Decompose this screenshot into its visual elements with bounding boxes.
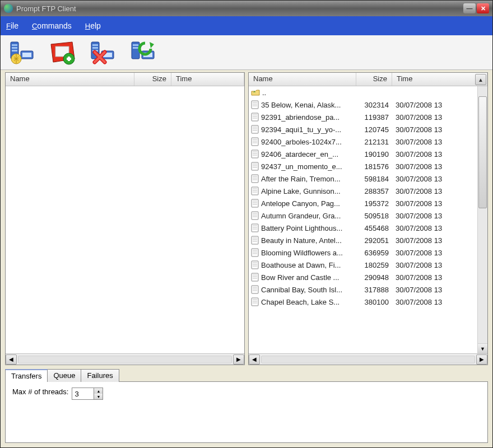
connect-button[interactable] xyxy=(5,38,39,67)
file-row[interactable]: Boathouse at Dawn, Fi...18025930/07/2008… xyxy=(249,259,477,271)
file-name: 92394_aqui1_tu_y_yo-... xyxy=(261,125,341,134)
file-time: 30/07/2008 13 xyxy=(392,113,477,122)
parent-dir-row[interactable]: .. xyxy=(249,86,477,99)
file-size: 190190 xyxy=(356,150,392,158)
svg-rect-38 xyxy=(252,150,258,158)
file-size: 120745 xyxy=(356,125,392,134)
file-row[interactable]: 92391_abriendose_pa...11938730/07/2008 1… xyxy=(249,111,477,123)
svg-rect-19 xyxy=(133,47,138,49)
menu-commands[interactable]: Commands xyxy=(32,21,72,30)
remote-hscroll[interactable]: ◀ ▶ xyxy=(249,353,487,365)
col-time[interactable]: Time xyxy=(392,73,487,86)
file-row[interactable]: After the Rain, Tremon...59818430/07/200… xyxy=(249,172,477,185)
file-name: Boathouse at Dawn, Fi... xyxy=(261,261,341,269)
tab-failures[interactable]: Failures xyxy=(81,369,119,382)
local-pane: Name Size Time ◀ ▶ xyxy=(5,72,245,365)
file-size: 317888 xyxy=(356,286,392,294)
file-row[interactable]: Battery Point Lighthous...45546830/07/20… xyxy=(249,222,477,234)
svg-rect-50 xyxy=(252,187,258,195)
file-size: 180259 xyxy=(356,261,392,269)
close-button[interactable]: ✕ xyxy=(477,3,489,13)
file-row[interactable]: Alpine Lake, Gunnison...28835730/07/2008… xyxy=(249,185,477,197)
svg-rect-78 xyxy=(252,273,258,281)
scroll-up-icon[interactable]: ▲ xyxy=(475,74,486,85)
col-size[interactable]: Size xyxy=(134,73,171,86)
stepper-down-icon[interactable]: ▼ xyxy=(94,394,103,399)
remote-file-list[interactable]: ..35 Below, Kenai, Alask...30231430/07/2… xyxy=(249,86,477,353)
file-row[interactable]: 92394_aqui1_tu_y_yo-...12074530/07/2008 … xyxy=(249,123,477,136)
file-time: 30/07/2008 13 xyxy=(392,273,477,282)
svg-rect-22 xyxy=(252,101,258,109)
scroll-right-icon[interactable]: ▶ xyxy=(476,354,487,365)
tab-queue[interactable]: Queue xyxy=(47,369,81,382)
file-time: 30/07/2008 13 xyxy=(392,162,477,171)
file-row[interactable]: Antelope Canyon, Pag...19537230/07/2008 … xyxy=(249,197,477,209)
svg-rect-16 xyxy=(103,53,112,57)
svg-rect-86 xyxy=(252,298,258,306)
file-row[interactable]: 92437_un_momento_e...18157630/07/2008 13 xyxy=(249,160,477,172)
svg-rect-14 xyxy=(92,50,98,52)
col-name[interactable]: Name xyxy=(249,73,356,86)
file-name: Blooming Wildflowers a... xyxy=(261,249,343,257)
stepper-up-icon[interactable]: ▲ xyxy=(94,388,103,394)
file-size: 509518 xyxy=(356,212,392,220)
menu-file[interactable]: File xyxy=(6,21,18,30)
menu-help[interactable]: Help xyxy=(85,21,101,30)
svg-point-8 xyxy=(63,53,75,64)
remote-vscroll[interactable]: ▼ xyxy=(477,86,487,353)
scroll-left-icon[interactable]: ◀ xyxy=(249,354,260,365)
refresh-button[interactable] xyxy=(126,38,160,67)
threads-input[interactable] xyxy=(72,388,94,399)
file-time: 30/07/2008 13 xyxy=(392,236,477,245)
file-name: Antelope Canyon, Pag... xyxy=(261,199,340,208)
scrollbar-thumb[interactable] xyxy=(478,96,487,208)
svg-rect-42 xyxy=(252,162,258,170)
file-row[interactable]: Cannibal Bay, South Isl...31788830/07/20… xyxy=(249,283,477,296)
svg-rect-58 xyxy=(252,212,258,220)
file-size: 302314 xyxy=(356,101,392,109)
file-time: 30/07/2008 13 xyxy=(392,224,477,232)
minimize-button[interactable]: — xyxy=(463,3,476,13)
local-hscroll[interactable]: ◀ ▶ xyxy=(6,353,244,365)
file-time: 30/07/2008 13 xyxy=(392,101,477,109)
scroll-right-icon[interactable]: ▶ xyxy=(233,354,244,365)
svg-rect-70 xyxy=(252,249,258,256)
file-row[interactable]: Bow River and Castle ...29094830/07/2008… xyxy=(249,271,477,283)
scroll-left-icon[interactable]: ◀ xyxy=(6,354,17,365)
file-row[interactable]: 92406_atardecer_en_...19019030/07/2008 1… xyxy=(249,148,477,160)
file-time: 30/07/2008 13 xyxy=(392,125,477,134)
file-row[interactable]: Blooming Wildflowers a...63695930/07/200… xyxy=(249,246,477,259)
svg-rect-12 xyxy=(92,44,98,46)
local-file-list[interactable] xyxy=(6,86,244,353)
file-size: 455468 xyxy=(356,224,392,232)
scroll-down-icon[interactable]: ▼ xyxy=(478,343,487,353)
svg-rect-46 xyxy=(252,175,258,183)
disconnect-button[interactable] xyxy=(86,38,119,67)
file-time: 30/07/2008 13 xyxy=(392,199,477,208)
file-time: 30/07/2008 13 xyxy=(392,286,477,294)
file-name: Beauty in Nature, Antel... xyxy=(261,236,342,245)
local-header: Name Size Time xyxy=(6,73,244,86)
file-time: 30/07/2008 13 xyxy=(392,187,477,195)
col-time[interactable]: Time xyxy=(171,73,244,86)
svg-rect-5 xyxy=(22,53,31,57)
threads-stepper[interactable]: ▲ ▼ xyxy=(72,388,103,400)
tab-transfers[interactable]: Transfers xyxy=(5,369,48,382)
file-row[interactable]: 92400_arboles-1024x7...21213130/07/2008 … xyxy=(249,136,477,148)
file-time: 30/07/2008 13 xyxy=(392,261,477,269)
file-row[interactable]: Chapel Beach, Lake S...38010030/07/2008 … xyxy=(249,296,477,308)
svg-rect-30 xyxy=(252,125,258,133)
svg-rect-4 xyxy=(21,51,33,59)
file-size: 292051 xyxy=(356,236,392,245)
file-row[interactable]: Beauty in Nature, Antel...29205130/07/20… xyxy=(249,234,477,246)
file-row[interactable]: 35 Below, Kenai, Alask...30231430/07/200… xyxy=(249,99,477,111)
svg-rect-3 xyxy=(12,50,17,52)
col-name[interactable]: Name xyxy=(6,73,134,86)
file-name: 92406_atardecer_en_... xyxy=(261,150,338,158)
add-bookmark-button[interactable] xyxy=(45,38,79,67)
file-time: 30/07/2008 13 xyxy=(392,249,477,257)
file-row[interactable]: Autumn Grandeur, Gra...50951830/07/2008 … xyxy=(249,209,477,222)
title-bar[interactable]: Prompt FTP Client — ✕ xyxy=(1,1,492,16)
col-size[interactable]: Size xyxy=(356,73,392,86)
svg-rect-13 xyxy=(92,47,98,49)
